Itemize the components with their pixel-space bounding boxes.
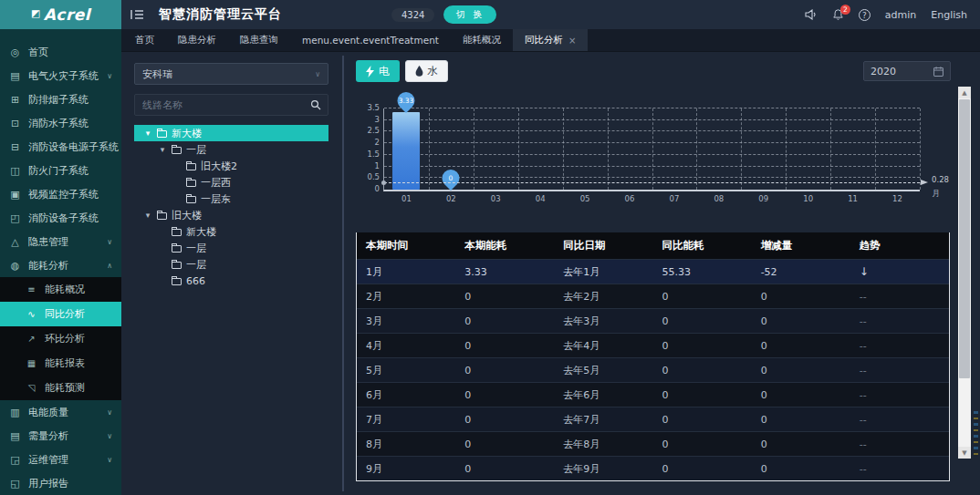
scroll-up-button[interactable]: ▲ bbox=[958, 87, 971, 98]
sidebar-item[interactable]: ◎首页 bbox=[0, 40, 121, 64]
x-tick-label: 03 bbox=[491, 194, 501, 203]
collapse-menu-icon[interactable] bbox=[130, 9, 144, 20]
tab[interactable]: menu.event.eventTreatment bbox=[290, 29, 451, 51]
chevron-down-icon: ∨ bbox=[107, 72, 112, 80]
table-cell: 0 bbox=[752, 334, 850, 358]
sidebar-item[interactable]: ◲运维管理∨ bbox=[0, 448, 121, 471]
scrollbar-thumb[interactable] bbox=[959, 99, 970, 378]
sidebar-item[interactable]: ▤需量分析∨ bbox=[0, 424, 121, 448]
tree-node[interactable]: 666 bbox=[134, 273, 328, 289]
sidebar-subitem[interactable]: ≡能耗概况 bbox=[0, 277, 121, 302]
caret-down-icon: ▾ bbox=[143, 211, 152, 220]
sidebar-item[interactable]: ▤电气火灾子系统∨ bbox=[0, 64, 121, 88]
table-cell: 0 bbox=[455, 407, 554, 432]
sidebar-item[interactable]: ◱用户报告 bbox=[0, 471, 121, 495]
table-cell: 0 bbox=[455, 284, 554, 309]
table-cell: 1月 bbox=[357, 260, 455, 284]
tree-node-label: 666 bbox=[186, 275, 205, 287]
gridline bbox=[920, 108, 921, 190]
gridline bbox=[741, 108, 742, 190]
language-switch[interactable]: English bbox=[931, 9, 967, 21]
sidebar-item-label: 消防设备子系统 bbox=[28, 211, 99, 225]
tab[interactable]: 首页 bbox=[123, 29, 166, 51]
table-cell: 去年8月 bbox=[554, 432, 652, 457]
sidebar-item[interactable]: ◍能耗分析∧ bbox=[0, 253, 121, 277]
org-select[interactable]: 安科瑞 ∨ bbox=[134, 63, 328, 85]
trend-cell: -- bbox=[850, 284, 949, 309]
sidebar-item[interactable]: ▣视频监控子系统 bbox=[0, 182, 121, 206]
main-panel: 电 水 2020 00.511.522.533.5010203040506070… bbox=[344, 52, 956, 495]
tree-node[interactable]: ▾新大楼 bbox=[134, 125, 328, 141]
notification-bell-icon[interactable]: 2 bbox=[832, 9, 844, 21]
tree-node[interactable]: ▾一层 bbox=[134, 141, 328, 158]
caret-down-icon: ▾ bbox=[158, 145, 167, 154]
sidebar-subitem[interactable]: ◹能耗预测 bbox=[0, 376, 121, 400]
brand-logo-text: Acrel bbox=[44, 5, 90, 24]
search-icon[interactable] bbox=[304, 95, 328, 115]
sidebar-item[interactable]: ⊞防排烟子系统 bbox=[0, 88, 121, 111]
device-tree: ▾新大楼▾一层旧大楼2一层西一层东▾旧大楼新大楼一层一层666 bbox=[134, 125, 328, 289]
help-icon[interactable]: ? bbox=[859, 9, 871, 21]
sidebar-item[interactable]: ⊟消防设备电源子系统 bbox=[0, 135, 121, 159]
table-row: 8月0去年8月00-- bbox=[357, 432, 949, 457]
table-cell: 0 bbox=[652, 457, 751, 481]
sidebar-item[interactable]: ▥电能质量∨ bbox=[0, 400, 121, 424]
sidebar-subitem[interactable]: ∿同比分析 bbox=[0, 302, 121, 326]
gridline bbox=[474, 108, 474, 190]
search-input[interactable] bbox=[135, 99, 304, 111]
smoke-control-icon: ⊞ bbox=[9, 94, 21, 106]
tree-node[interactable]: 旧大楼2 bbox=[134, 158, 328, 174]
trend-cell: -- bbox=[850, 309, 949, 334]
sidebar-subitem[interactable]: ▦能耗报表 bbox=[0, 351, 121, 376]
speaker-icon[interactable] bbox=[805, 9, 818, 20]
folder-icon bbox=[157, 212, 167, 220]
switch-button[interactable]: 切 换 bbox=[443, 5, 496, 24]
tab[interactable]: 同比分析× bbox=[513, 29, 588, 51]
tab[interactable]: 隐患查询 bbox=[228, 29, 290, 51]
scroll-down-button[interactable]: ▼ bbox=[958, 447, 971, 459]
sidebar-item-label: 用户报告 bbox=[28, 477, 68, 490]
tree-node[interactable]: 一层东 bbox=[134, 191, 328, 207]
folder-icon bbox=[186, 163, 196, 170]
table-cell: 0 bbox=[455, 457, 554, 481]
hazard-icon: △ bbox=[9, 236, 21, 248]
tree-node[interactable]: 一层 bbox=[134, 240, 328, 256]
table-row: 5月0去年5月00-- bbox=[357, 358, 949, 383]
caret-down-icon: ▾ bbox=[143, 129, 152, 138]
chart-plot: 00.511.522.533.5010203040506070809101112… bbox=[383, 108, 920, 191]
table-cell: 3.33 bbox=[455, 260, 554, 284]
scrollbar-track[interactable] bbox=[958, 98, 971, 447]
scrollbar[interactable]: ▲ ▼ bbox=[958, 87, 971, 459]
table-cell: -52 bbox=[752, 260, 850, 284]
sidebar-item[interactable]: △隐患管理∨ bbox=[0, 230, 121, 253]
sidebar-item[interactable]: ◰消防设备子系统 bbox=[0, 206, 121, 230]
table-cell: 0 bbox=[752, 432, 850, 457]
mom-icon: ↗ bbox=[26, 334, 37, 344]
sidebar-subitem[interactable]: ↗环比分析 bbox=[0, 326, 121, 351]
sidebar-item-label: 防排烟子系统 bbox=[28, 93, 89, 107]
electricity-toggle-button[interactable]: 电 bbox=[356, 60, 400, 82]
sidebar-subitem-label: 环比分析 bbox=[45, 332, 85, 345]
sidebar-item[interactable]: ⊡消防水子系统 bbox=[0, 111, 121, 135]
tree-node[interactable]: 一层西 bbox=[134, 174, 328, 191]
water-toggle-button[interactable]: 水 bbox=[405, 60, 449, 82]
table-cell: 0 bbox=[652, 358, 751, 383]
tree-node[interactable]: ▾旧大楼 bbox=[134, 207, 328, 223]
tab[interactable]: 隐患分析 bbox=[166, 29, 228, 51]
gridline bbox=[429, 108, 430, 190]
x-tick-label: 07 bbox=[670, 194, 680, 203]
user-name[interactable]: admin bbox=[885, 9, 916, 21]
chevron-down-icon: ∨ bbox=[315, 70, 320, 78]
tree-node[interactable]: 一层 bbox=[134, 256, 328, 273]
close-icon[interactable]: × bbox=[568, 36, 576, 46]
power-quality-icon: ▥ bbox=[9, 407, 21, 418]
tree-node[interactable]: 新大楼 bbox=[134, 223, 328, 240]
table-cell: 0 bbox=[752, 358, 850, 383]
year-picker[interactable]: 2020 bbox=[863, 61, 951, 81]
tab-label: 首页 bbox=[135, 34, 154, 46]
tab[interactable]: 能耗概况 bbox=[451, 29, 513, 51]
sidebar-item[interactable]: ◫防火门子系统 bbox=[0, 159, 121, 182]
x-axis-unit-label: 月 bbox=[933, 189, 941, 200]
table-row: 4月0去年4月00-- bbox=[357, 334, 949, 358]
folder-icon bbox=[172, 147, 182, 154]
